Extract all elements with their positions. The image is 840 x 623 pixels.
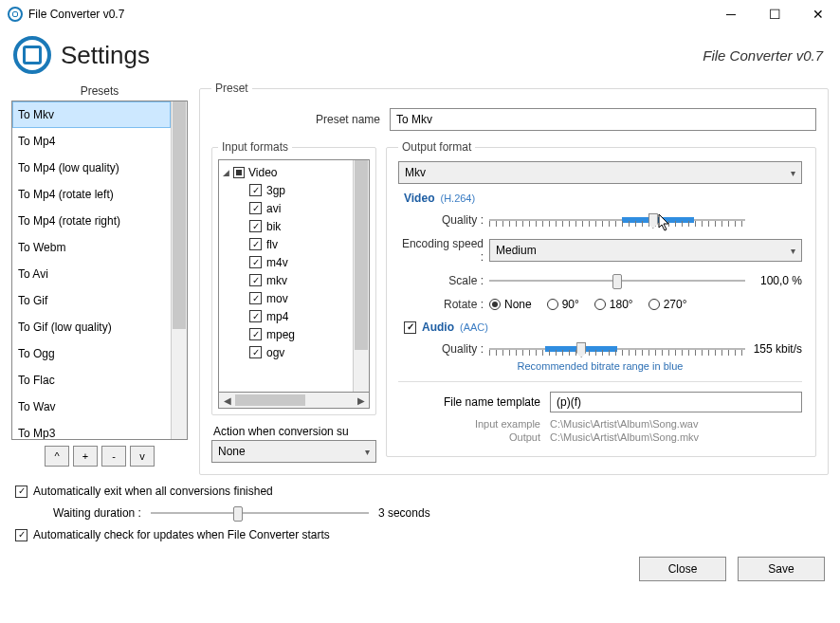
format-group-label: Video <box>248 166 277 179</box>
format-item[interactable]: mp4 <box>221 307 351 325</box>
format-label: mov <box>266 292 288 305</box>
video-codec-label: (H.264) <box>440 192 475 204</box>
preset-item[interactable]: To Flac <box>12 367 171 394</box>
video-section-label: Video <box>404 192 434 205</box>
preset-item[interactable]: To Wav <box>12 394 171 420</box>
format-checkbox[interactable] <box>249 184 262 196</box>
formats-scrollbar[interactable] <box>353 160 369 392</box>
encoding-speed-label: Encoding speed : <box>398 237 489 264</box>
input-example-value: C:\Music\Artist\Album\Song.wav <box>550 418 802 430</box>
rotate-option[interactable]: None <box>489 298 532 311</box>
format-checkbox[interactable] <box>249 346 262 358</box>
format-group-video[interactable]: ◢ Video <box>221 164 351 181</box>
format-item[interactable]: flv <box>221 235 351 253</box>
format-label: avi <box>266 202 281 215</box>
save-button[interactable]: Save <box>738 557 825 581</box>
preset-move-down-button[interactable]: v <box>130 446 155 467</box>
rotate-label: Rotate : <box>398 298 489 311</box>
preset-add-button[interactable]: + <box>73 446 98 467</box>
format-checkbox[interactable] <box>249 220 262 232</box>
format-checkbox[interactable] <box>249 238 262 250</box>
output-example-label: Output <box>398 431 540 443</box>
preset-item[interactable]: To Mp4 (rotate left) <box>12 181 171 208</box>
preset-item[interactable]: To Mkv <box>12 101 171 128</box>
rotate-option-label: 270° <box>664 298 687 311</box>
preset-item[interactable]: To Mp4 <box>12 128 171 155</box>
maximize-button[interactable]: ☐ <box>753 0 796 28</box>
preset-item[interactable]: To Webm <box>12 234 171 261</box>
rotate-option-label: None <box>504 298 532 311</box>
preset-name-input[interactable] <box>390 108 816 131</box>
collapse-icon[interactable]: ◢ <box>223 168 229 177</box>
bitrate-recommendation: Recommended bitrate range in blue <box>398 360 802 372</box>
formats-hscrollbar[interactable]: ◀▶ <box>218 393 370 409</box>
format-label: bik <box>266 220 281 233</box>
group-checkbox[interactable] <box>233 167 245 178</box>
preset-item[interactable]: To Gif <box>12 287 171 314</box>
format-checkbox[interactable] <box>249 310 262 322</box>
preset-name-label: Preset name <box>316 113 380 126</box>
preset-fieldset: Preset Preset name Input formats ◢ <box>199 82 829 475</box>
output-format-select[interactable]: Mkv ▾ <box>398 161 802 184</box>
app-icon <box>8 7 23 22</box>
format-item[interactable]: 3gp <box>221 181 351 199</box>
waiting-duration-slider[interactable] <box>151 504 369 522</box>
chevron-down-icon: ▾ <box>791 246 795 256</box>
format-checkbox[interactable] <box>249 202 262 214</box>
format-checkbox[interactable] <box>249 274 262 286</box>
format-checkbox[interactable] <box>249 328 262 340</box>
format-checkbox[interactable] <box>249 256 262 268</box>
action-select-value: None <box>218 445 246 458</box>
radio-icon <box>489 299 501 310</box>
preset-item[interactable]: To Ogg <box>12 340 171 367</box>
format-item[interactable]: mkv <box>221 271 351 289</box>
audio-quality-label: Quality : <box>398 342 489 356</box>
action-select[interactable]: None ▾ <box>211 440 376 463</box>
format-item[interactable]: ogv <box>221 343 351 361</box>
encoding-speed-value: Medium <box>496 244 537 257</box>
scale-value: 100,0 % <box>745 274 802 287</box>
output-format-fieldset: Output format Mkv ▾ Video (H.264) Qualit… <box>386 140 816 457</box>
logo-icon <box>13 36 51 74</box>
preset-remove-button[interactable]: - <box>101 446 126 467</box>
auto-update-checkbox[interactable] <box>15 529 27 541</box>
filename-template-label: File name template <box>398 395 540 409</box>
preset-item[interactable]: To Mp3 <box>12 420 171 439</box>
filename-template-input[interactable] <box>550 392 802 412</box>
auto-exit-checkbox[interactable] <box>15 486 27 498</box>
audio-quality-slider[interactable] <box>489 339 745 358</box>
input-example-label: Input example <box>398 418 540 430</box>
rotate-option[interactable]: 180° <box>594 298 633 311</box>
scale-slider[interactable] <box>489 271 745 290</box>
input-formats-legend: Input formats <box>218 140 292 154</box>
presets-scrollbar[interactable] <box>171 101 187 439</box>
rotate-option[interactable]: 90° <box>547 298 579 311</box>
format-item[interactable]: bik <box>221 217 351 235</box>
preset-item[interactable]: To Mp4 (rotate right) <box>12 208 171 234</box>
preset-item[interactable]: To Gif (low quality) <box>12 314 171 340</box>
format-item[interactable]: mpeg <box>221 325 351 343</box>
format-item[interactable]: m4v <box>221 253 351 271</box>
preset-item[interactable]: To Mp4 (low quality) <box>12 155 171 181</box>
minimize-button[interactable]: ─ <box>709 0 753 28</box>
format-label: flv <box>266 238 278 251</box>
preset-move-up-button[interactable]: ^ <box>45 446 69 467</box>
close-button[interactable]: Close <box>639 557 726 581</box>
format-item[interactable]: avi <box>221 199 351 217</box>
preset-item[interactable]: To Avi <box>12 261 171 287</box>
format-item[interactable]: mov <box>221 289 351 307</box>
format-label: mkv <box>266 274 287 287</box>
presets-list[interactable]: To MkvTo Mp4To Mp4 (low quality)To Mp4 (… <box>11 101 188 440</box>
audio-enable-checkbox[interactable] <box>404 321 416 334</box>
radio-icon <box>547 299 558 310</box>
audio-codec-label: (AAC) <box>460 321 488 333</box>
format-checkbox[interactable] <box>249 292 262 304</box>
encoding-speed-select[interactable]: Medium ▾ <box>489 239 802 262</box>
waiting-duration-value: 3 seconds <box>378 506 430 520</box>
rotate-option-label: 180° <box>610 298 633 311</box>
window-title: File Converter v0.7 <box>28 8 124 21</box>
close-window-button[interactable]: ✕ <box>796 0 840 28</box>
rotate-option[interactable]: 270° <box>648 298 687 311</box>
video-quality-slider[interactable] <box>489 211 745 229</box>
action-label: Action when conversion su <box>213 425 376 438</box>
